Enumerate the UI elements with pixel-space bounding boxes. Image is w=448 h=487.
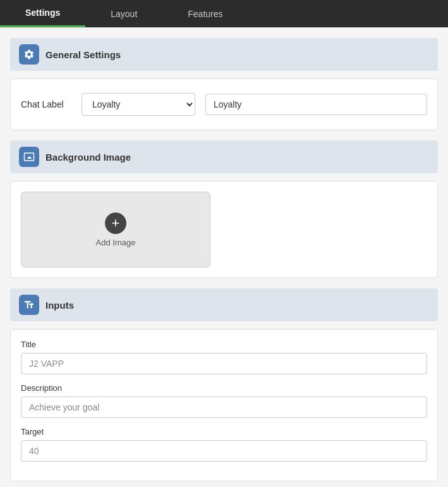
background-image-title: Background Image [45,152,131,163]
add-image-plus-icon: + [105,213,126,234]
title-input[interactable] [21,353,427,374]
tab-settings[interactable]: Settings [0,0,85,27]
chat-label-text: Chat Label [21,99,71,109]
general-settings-section: General Settings Chat Label Loyalty Poin… [10,38,438,130]
inputs-header: Inputs [10,288,438,321]
text-icon-box [19,295,39,315]
image-icon-box [19,147,39,167]
title-group: Title [21,340,427,374]
settings-content: General Settings Chat Label Loyalty Poin… [0,28,448,487]
add-image-label: Add Image [96,238,136,247]
tab-features[interactable]: Features [162,0,248,27]
background-image-section: Background Image + Add Image [10,140,438,278]
target-input[interactable] [21,440,427,462]
text-icon [23,299,35,311]
add-image-button[interactable]: + Add Image [21,192,210,268]
inputs-body: Title Description Target [10,329,438,481]
chat-label-row: Chat Label Loyalty Points Rewards [21,89,427,120]
description-group: Description [21,383,427,418]
chat-label-input[interactable] [205,94,427,115]
target-label: Target [21,427,427,436]
background-image-body: + Add Image [10,181,438,278]
image-icon [23,151,35,163]
general-settings-title: General Settings [45,49,121,60]
gear-icon-box [19,44,39,65]
general-settings-header: General Settings [10,38,438,71]
target-group: Target [21,427,427,462]
tab-bar: Settings Layout Features [0,0,448,28]
general-settings-body: Chat Label Loyalty Points Rewards [10,78,438,130]
tab-layout[interactable]: Layout [85,0,162,27]
inputs-section: Inputs Title Description Target [10,288,438,481]
description-input[interactable] [21,397,427,418]
title-label: Title [21,340,427,349]
inputs-title: Inputs [45,300,74,311]
chat-label-select[interactable]: Loyalty Points Rewards [82,93,195,116]
description-label: Description [21,383,427,393]
gear-icon [23,49,35,60]
background-image-header: Background Image [10,140,438,173]
